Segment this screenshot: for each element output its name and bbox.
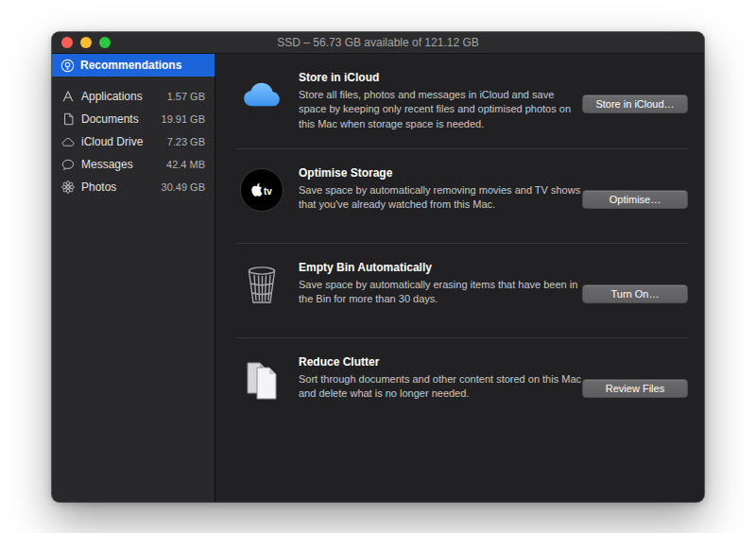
recommendation-description: Store all files, photos and messages in … (299, 88, 582, 131)
sidebar-item-label: iCloud Drive (81, 135, 143, 148)
sidebar-item-photos[interactable]: Photos 30.49 GB (52, 176, 215, 198)
sidebar-item-label: Documents (81, 112, 139, 126)
window-title: SSD – 56.73 GB available of 121.12 GB (52, 36, 704, 49)
sidebar-item-size: 19.91 GB (162, 113, 205, 125)
sidebar-item-label: Applications (81, 90, 143, 103)
apple-tv-icon: tv (240, 168, 284, 212)
lightbulb-icon (60, 58, 75, 73)
recommendation-description: Save space by automatically erasing item… (299, 278, 582, 307)
recommendation-title: Reduce Clutter (299, 355, 582, 369)
trash-bin-icon (240, 263, 284, 306)
sidebar-item-label: Messages (81, 158, 133, 171)
speech-bubble-icon (60, 157, 76, 172)
turn-on-button[interactable]: Turn On… (582, 284, 688, 303)
recommendation-store-in-icloud: Store in iCloud Store all files, photos … (236, 54, 688, 148)
sidebar-item-applications[interactable]: Applications 1.57 GB (52, 85, 215, 108)
sidebar-item-size: 30.49 GB (162, 181, 205, 193)
sidebar-item-recommendations[interactable]: Recommendations (52, 54, 215, 77)
applications-icon (60, 89, 76, 104)
sidebar-item-size: 1.57 GB (167, 91, 205, 102)
review-files-button[interactable]: Review Files (582, 379, 688, 398)
store-in-icloud-button[interactable]: Store in iCloud… (582, 95, 688, 113)
sidebar-item-icloud-drive[interactable]: iCloud Drive 7.23 GB (52, 130, 215, 153)
close-button[interactable] (61, 37, 73, 48)
sidebar-list: Applications 1.57 GB Documents 19.91 GB (52, 77, 215, 198)
documents-stack-icon (240, 357, 284, 401)
sidebar-item-label: Photos (81, 181, 116, 194)
minimize-button[interactable] (80, 37, 92, 48)
document-icon (60, 112, 76, 127)
recommendation-title: Empty Bin Automatically (299, 261, 582, 274)
recommendation-empty-bin: Empty Bin Automatically Save space by au… (236, 243, 688, 337)
traffic-lights (52, 37, 111, 48)
svg-text:tv: tv (264, 186, 272, 197)
cloud-icon (60, 134, 76, 149)
sidebar-item-size: 42.4 MB (166, 159, 205, 170)
sidebar-item-messages[interactable]: Messages 42.4 MB (52, 153, 215, 176)
photos-pinwheel-icon (60, 180, 76, 195)
recommendation-description: Sort through documents and other content… (299, 372, 582, 402)
recommendations-panel: Store in iCloud Store all files, photos … (215, 54, 704, 502)
recommendation-title: Store in iCloud (299, 71, 582, 84)
icloud-icon (240, 73, 284, 116)
recommendation-reduce-clutter: Reduce Clutter Sort through documents an… (236, 337, 688, 432)
recommendation-title: Optimise Storage (299, 166, 582, 180)
optimise-button[interactable]: Optimise… (582, 190, 688, 209)
fullscreen-button[interactable] (99, 37, 111, 48)
recommendation-optimise-storage: tv Optimise Storage Save space by automa… (236, 148, 688, 243)
sidebar: Recommendations Applications 1.57 GB (52, 54, 215, 502)
sidebar-item-size: 7.23 GB (167, 136, 205, 147)
sidebar-item-documents[interactable]: Documents 19.91 GB (52, 108, 215, 130)
storage-management-window: SSD – 56.73 GB available of 121.12 GB Re… (52, 32, 704, 502)
recommendation-description: Save space by automatically removing mov… (299, 183, 582, 213)
titlebar: SSD – 56.73 GB available of 121.12 GB (52, 32, 704, 54)
sidebar-item-label: Recommendations (80, 59, 181, 72)
